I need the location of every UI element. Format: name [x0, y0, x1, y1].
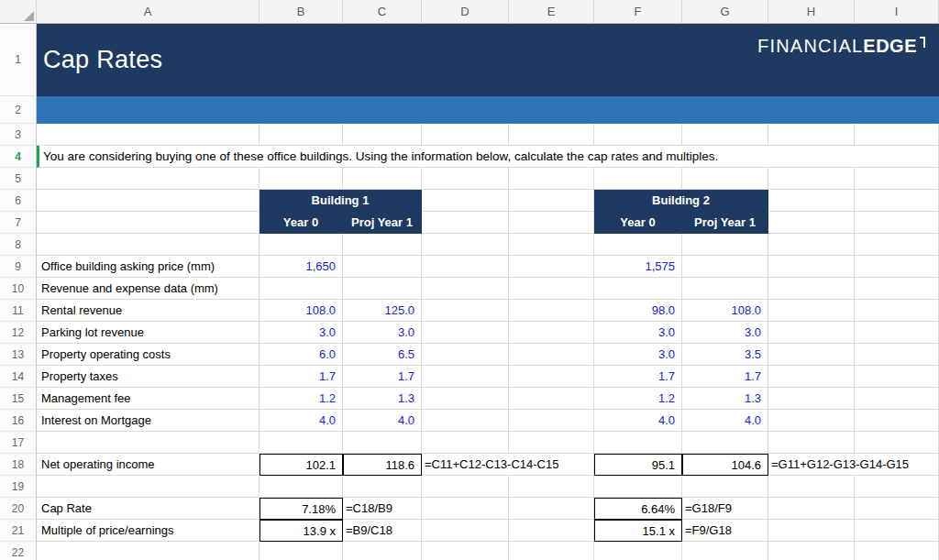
cell[interactable] — [768, 322, 855, 344]
cell-rental-label[interactable]: Rental revenue — [37, 300, 260, 322]
cell[interactable] — [509, 212, 594, 234]
b2-year0-header[interactable]: Year 0 — [594, 212, 682, 234]
cell[interactable] — [768, 542, 855, 560]
cell-rental-b2-proj[interactable]: 108.0 — [682, 300, 768, 322]
cell-mgmt-b1-year0[interactable]: 1.2 — [260, 388, 343, 410]
row-header-4[interactable]: 4 — [0, 146, 37, 168]
cell-asking-b2[interactable]: 1,575 — [594, 256, 682, 278]
cell[interactable] — [855, 432, 939, 454]
cell[interactable] — [343, 168, 422, 190]
cell-opcost-b1-proj[interactable]: 6.5 — [343, 344, 422, 366]
row-header-5[interactable]: 5 — [0, 168, 37, 190]
cell[interactable] — [682, 168, 768, 190]
building2-header[interactable]: Building 2 — [594, 190, 768, 212]
cell[interactable] — [260, 278, 343, 300]
cell-multiple-label[interactable]: Multiple of price/earnings — [37, 520, 260, 542]
cell-caprate-b1[interactable]: 7.18% — [260, 498, 343, 520]
col-header-A[interactable]: A — [37, 0, 260, 23]
cell-parking-b2-year0[interactable]: 3.0 — [594, 322, 682, 344]
cell[interactable] — [422, 212, 509, 234]
cell[interactable] — [343, 432, 422, 454]
cell[interactable] — [422, 366, 509, 388]
cell-noi-b2-year0[interactable]: 95.1 — [594, 454, 682, 476]
cell[interactable] — [422, 432, 509, 454]
cell-section-label[interactable]: Revenue and expense data (mm) — [37, 278, 260, 300]
row-header-22[interactable]: 22 — [0, 542, 37, 560]
cell[interactable] — [768, 476, 855, 498]
cell-mgmt-b2-year0[interactable]: 1.2 — [594, 388, 682, 410]
cell[interactable] — [768, 234, 855, 256]
col-header-D[interactable]: D — [422, 0, 509, 23]
cell[interactable] — [509, 520, 594, 542]
cell[interactable] — [422, 498, 509, 520]
cell-rental-b1-proj[interactable]: 125.0 — [343, 300, 422, 322]
cell-interest-b2-proj[interactable]: 4.0 — [682, 410, 768, 432]
cell[interactable] — [768, 388, 855, 410]
cell[interactable] — [594, 432, 682, 454]
cell[interactable] — [509, 542, 594, 560]
cell[interactable] — [855, 410, 939, 432]
cell[interactable] — [37, 168, 260, 190]
cell-noi-b1-year0[interactable]: 102.1 — [260, 454, 343, 476]
row-header-13[interactable]: 13 — [0, 344, 37, 366]
cell[interactable] — [343, 476, 422, 498]
cell[interactable] — [855, 300, 939, 322]
cell[interactable] — [682, 256, 768, 278]
cell[interactable] — [855, 520, 939, 542]
cell[interactable] — [509, 344, 594, 366]
cell[interactable] — [768, 366, 855, 388]
row-header-11[interactable]: 11 — [0, 300, 37, 322]
cell[interactable] — [768, 124, 855, 146]
cell[interactable] — [422, 344, 509, 366]
cell[interactable] — [422, 388, 509, 410]
cell[interactable] — [422, 520, 509, 542]
col-header-G[interactable]: G — [682, 0, 768, 23]
cell-mgmt-b2-proj[interactable]: 1.3 — [682, 388, 768, 410]
cell[interactable] — [509, 388, 594, 410]
cell-caprate-formula-b2[interactable]: =G18/F9 — [682, 498, 768, 520]
cell[interactable] — [768, 168, 855, 190]
cell[interactable] — [422, 322, 509, 344]
cell-opcost-b1-year0[interactable]: 6.0 — [260, 344, 343, 366]
cell[interactable] — [855, 542, 939, 560]
cell-taxes-b2-proj[interactable]: 1.7 — [682, 366, 768, 388]
row-header-19[interactable]: 19 — [0, 476, 37, 498]
cell[interactable] — [855, 476, 939, 498]
row-header-20[interactable]: 20 — [0, 498, 37, 520]
row-header-1[interactable]: 1 — [0, 24, 37, 96]
cell-opcost-b2-year0[interactable]: 3.0 — [594, 344, 682, 366]
cell[interactable] — [855, 124, 939, 146]
col-header-I[interactable]: I — [855, 0, 939, 23]
col-header-E[interactable]: E — [509, 0, 594, 23]
cell[interactable] — [768, 278, 855, 300]
cell-mgmt-b1-proj[interactable]: 1.3 — [343, 388, 422, 410]
cell[interactable] — [768, 410, 855, 432]
row-header-15[interactable]: 15 — [0, 388, 37, 410]
row-header-17[interactable]: 17 — [0, 432, 37, 454]
row-header-7[interactable]: 7 — [0, 212, 37, 234]
cell-caprate-formula-b1[interactable]: =C18/B9 — [343, 498, 422, 520]
cell[interactable] — [855, 388, 939, 410]
cell-multiple-b1[interactable]: 13.9 x — [260, 520, 343, 542]
cell-asking-b1[interactable]: 1,650 — [260, 256, 343, 278]
cell[interactable] — [509, 476, 594, 498]
cell[interactable] — [855, 344, 939, 366]
cell-caprate-label[interactable]: Cap Rate — [37, 498, 260, 520]
cell[interactable] — [37, 234, 260, 256]
cell[interactable] — [422, 300, 509, 322]
row-header-6[interactable]: 6 — [0, 190, 37, 212]
row-header-16[interactable]: 16 — [0, 410, 37, 432]
cell-noi-formula-b1[interactable]: =C11+C12-C13-C14-C15 — [422, 454, 594, 476]
cell-rental-b1-year0[interactable]: 108.0 — [260, 300, 343, 322]
cell-taxes-label[interactable]: Property taxes — [37, 366, 260, 388]
cell[interactable] — [768, 300, 855, 322]
cell[interactable] — [594, 542, 682, 560]
cell-parking-b2-proj[interactable]: 3.0 — [682, 322, 768, 344]
cell[interactable] — [509, 366, 594, 388]
cell[interactable] — [768, 432, 855, 454]
b1-proj-year1-header[interactable]: Proj Year 1 — [343, 212, 422, 234]
cell[interactable] — [37, 212, 260, 234]
row-header-3[interactable]: 3 — [0, 124, 37, 146]
col-header-C[interactable]: C — [343, 0, 422, 23]
cell-parking-label[interactable]: Parking lot revenue — [37, 322, 260, 344]
